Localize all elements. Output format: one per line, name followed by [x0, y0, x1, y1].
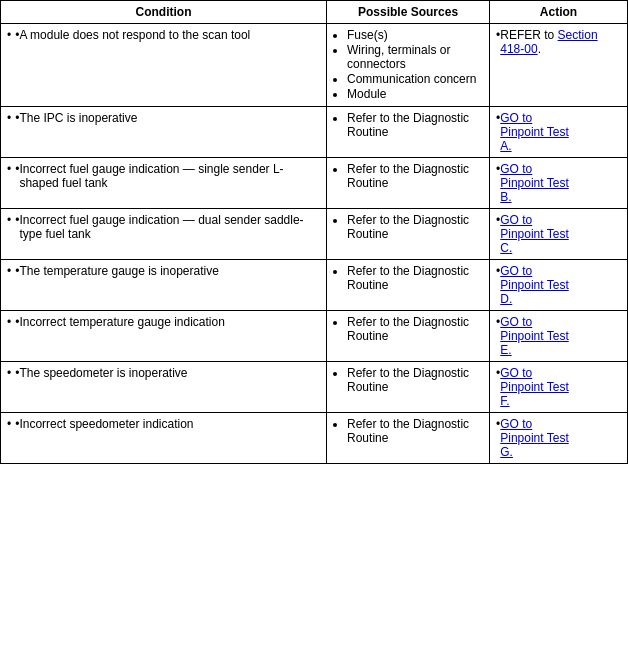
source-item: Refer to the Diagnostic Routine: [347, 315, 483, 343]
action-cell: • GO toPinpoint TestB.: [490, 158, 628, 209]
action-cell: • GO toPinpoint TestG.: [490, 413, 628, 464]
table-row: • The speedometer is inoperativeRefer to…: [1, 362, 628, 413]
source-item: Refer to the Diagnostic Routine: [347, 111, 483, 139]
condition-text: • Incorrect temperature gauge indication: [7, 315, 320, 329]
sources-cell: Refer to the Diagnostic Routine: [327, 413, 490, 464]
condition-cell: • Incorrect temperature gauge indication: [1, 311, 327, 362]
action-cell: • REFER to Section 418-00.: [490, 24, 628, 107]
source-item: Refer to the Diagnostic Routine: [347, 417, 483, 445]
sources-cell: Refer to the Diagnostic Routine: [327, 260, 490, 311]
condition-cell: • Incorrect fuel gauge indication — dual…: [1, 209, 327, 260]
action-cell: • GO toPinpoint TestD.: [490, 260, 628, 311]
action-link[interactable]: GO toPinpoint TestA.: [500, 111, 569, 153]
action-link[interactable]: GO toPinpoint TestE.: [500, 315, 569, 357]
action-cell: • GO toPinpoint TestC.: [490, 209, 628, 260]
sources-cell: Fuse(s)Wiring, terminals or connectorsCo…: [327, 24, 490, 107]
table-row: • The IPC is inoperativeRefer to the Dia…: [1, 107, 628, 158]
table-row: • A module does not respond to the scan …: [1, 24, 628, 107]
action-cell: • GO toPinpoint TestA.: [490, 107, 628, 158]
source-item: Communication concern: [347, 72, 483, 86]
sources-cell: Refer to the Diagnostic Routine: [327, 209, 490, 260]
condition-text: • Incorrect fuel gauge indication — dual…: [7, 213, 320, 241]
table-row: • Incorrect temperature gauge indication…: [1, 311, 628, 362]
action-link[interactable]: GO toPinpoint TestF.: [500, 366, 569, 408]
condition-cell: • Incorrect speedometer indication: [1, 413, 327, 464]
action-link[interactable]: GO toPinpoint TestG.: [500, 417, 569, 459]
condition-text: • The speedometer is inoperative: [7, 366, 320, 380]
condition-cell: • The IPC is inoperative: [1, 107, 327, 158]
header-condition: Condition: [1, 1, 327, 24]
condition-text: • The IPC is inoperative: [7, 111, 320, 125]
action-cell: • GO toPinpoint TestE.: [490, 311, 628, 362]
source-item: Wiring, terminals or connectors: [347, 43, 483, 71]
condition-cell: • The speedometer is inoperative: [1, 362, 327, 413]
condition-cell: • The temperature gauge is inoperative: [1, 260, 327, 311]
condition-text: • A module does not respond to the scan …: [7, 28, 320, 42]
sources-cell: Refer to the Diagnostic Routine: [327, 362, 490, 413]
table-row: • The temperature gauge is inoperativeRe…: [1, 260, 628, 311]
condition-text: • Incorrect fuel gauge indication — sing…: [7, 162, 320, 190]
action-link[interactable]: GO toPinpoint TestB.: [500, 162, 569, 204]
source-item: Refer to the Diagnostic Routine: [347, 213, 483, 241]
condition-cell: • A module does not respond to the scan …: [1, 24, 327, 107]
table-row: • Incorrect speedometer indicationRefer …: [1, 413, 628, 464]
header-sources: Possible Sources: [327, 1, 490, 24]
condition-cell: • Incorrect fuel gauge indication — sing…: [1, 158, 327, 209]
source-item: Module: [347, 87, 483, 101]
action-link[interactable]: Section 418-00: [500, 28, 597, 56]
source-item: Refer to the Diagnostic Routine: [347, 366, 483, 394]
action-link[interactable]: GO toPinpoint TestC.: [500, 213, 569, 255]
diagnostic-table: Condition Possible Sources Action • A mo…: [0, 0, 628, 464]
action-link[interactable]: GO toPinpoint TestD.: [500, 264, 569, 306]
source-item: Fuse(s): [347, 28, 483, 42]
action-cell: • GO toPinpoint TestF.: [490, 362, 628, 413]
condition-text: • The temperature gauge is inoperative: [7, 264, 320, 278]
sources-cell: Refer to the Diagnostic Routine: [327, 311, 490, 362]
header-action: Action: [490, 1, 628, 24]
sources-cell: Refer to the Diagnostic Routine: [327, 107, 490, 158]
source-item: Refer to the Diagnostic Routine: [347, 162, 483, 190]
sources-cell: Refer to the Diagnostic Routine: [327, 158, 490, 209]
condition-text: • Incorrect speedometer indication: [7, 417, 320, 431]
table-row: • Incorrect fuel gauge indication — dual…: [1, 209, 628, 260]
source-item: Refer to the Diagnostic Routine: [347, 264, 483, 292]
table-row: • Incorrect fuel gauge indication — sing…: [1, 158, 628, 209]
